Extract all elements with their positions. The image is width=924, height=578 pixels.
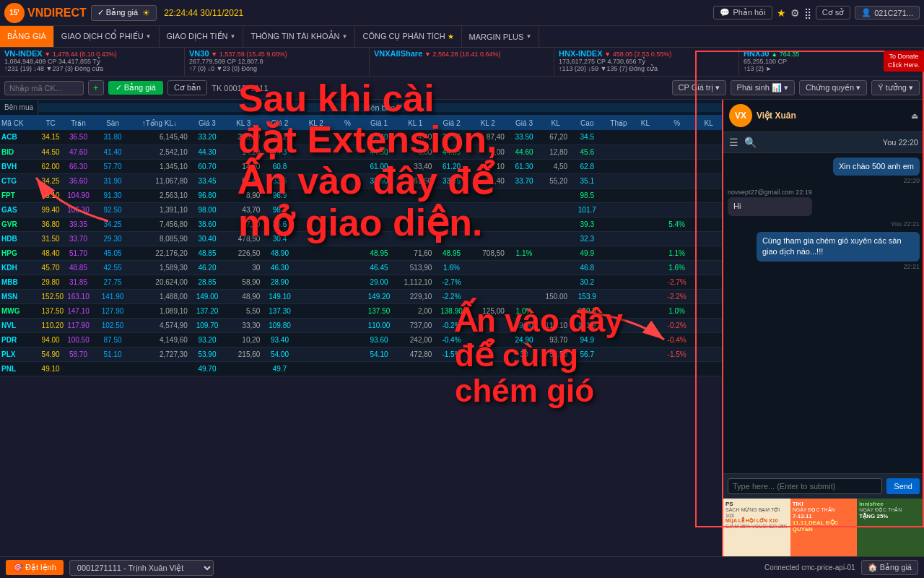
- thap-val: [605, 275, 632, 289]
- thap-val: [605, 173, 632, 188]
- gia2-buy: -2.2%: [433, 289, 469, 303]
- tc-val: 110.20: [40, 318, 61, 332]
- account-select[interactable]: 0001271111 - Trịnh Xuân Việt: [69, 560, 214, 576]
- stock-symbol[interactable]: HPG: [0, 246, 40, 260]
- coban-btn[interactable]: Cơ bản: [167, 80, 207, 95]
- stock-symbol[interactable]: MBB: [0, 275, 40, 289]
- tc-val: 34.15: [40, 130, 61, 144]
- kl-val: [632, 130, 658, 144]
- stock-input[interactable]: [4, 81, 84, 95]
- gia3-buy: [506, 188, 542, 202]
- cao-val: 32.3: [569, 231, 605, 246]
- gia2-val: 93.40: [261, 332, 297, 347]
- base-btn[interactable]: Cơ sở: [816, 6, 851, 20]
- gia3-val: 38.60: [189, 217, 225, 231]
- pct-val: [334, 318, 361, 332]
- feedback-btn[interactable]: 💬 Phản hồi: [713, 6, 772, 20]
- banggia-btn[interactable]: ✓ Bảng giá: [108, 81, 163, 95]
- stock-symbol[interactable]: PNL: [0, 361, 40, 376]
- tc-val: 99.40: [40, 202, 61, 217]
- ticker-vnxallshare[interactable]: VNXAllShare ▼ 2,564.28 (16.41 0.64%): [370, 48, 554, 76]
- gia2-val: 49.7: [261, 361, 297, 376]
- nav-giao-dich-co-phieu[interactable]: GIAO DỊCH CỔ PHIẾU ▼: [54, 26, 160, 47]
- nav-banggia[interactable]: BẢNG GIÁ: [0, 26, 54, 47]
- kl2-val: [298, 246, 334, 260]
- gia2-buy: 48.95: [433, 246, 469, 260]
- stock-symbol[interactable]: BID: [0, 144, 40, 159]
- grid-icon[interactable]: ⣿: [804, 7, 811, 19]
- table-row[interactable]: MBB29.8031.8527.7520,624,0028.8558,9028.…: [0, 275, 722, 289]
- nav-cong-cu[interactable]: CÔNG CỤ PHÂN TÍCH ★: [355, 26, 461, 47]
- user-badge[interactable]: 👤 021C271...: [855, 6, 920, 20]
- stock-symbol[interactable]: BVH: [0, 159, 40, 173]
- stock-symbol[interactable]: PDR: [0, 332, 40, 347]
- to-donate-btn[interactable]: To Donate Click Here.: [884, 51, 924, 72]
- kl2-val: [298, 275, 334, 289]
- tongkl-val: 1,391,10: [130, 202, 189, 217]
- table-row[interactable]: HPG48.4051.7045.0522,176,2048.85226,5048…: [0, 246, 722, 260]
- time-display: 22:24:44 30/11/2021: [164, 8, 243, 18]
- kl2-val: [298, 361, 334, 376]
- kl1-buy: 71,60: [397, 246, 433, 260]
- stock-symbol[interactable]: GVR: [0, 217, 40, 231]
- status-text: Connected cmc-price-api-01: [764, 564, 855, 571]
- tc-val: 45.70: [40, 260, 61, 275]
- thap-val: [605, 202, 632, 217]
- stock-symbol[interactable]: CTG: [0, 173, 40, 188]
- nav-giao-dich-tien[interactable]: GIAO DỊCH TIỀN ▼: [160, 26, 244, 47]
- thap-val: [605, 246, 632, 260]
- stock-symbol[interactable]: ACB: [0, 130, 40, 144]
- ticker-vn-index[interactable]: VN-INDEX ▼ 1,478.44 (6.10 0.43%) 1,084,9…: [0, 48, 185, 76]
- gia1-buy: 48.95: [361, 246, 397, 260]
- kl1-buy: 229,10: [397, 289, 433, 303]
- san-val: 45.05: [95, 246, 130, 260]
- kl3-buy: [542, 202, 569, 217]
- pct2-val: 1.6%: [658, 260, 694, 275]
- gear-icon[interactable]: ⚙: [790, 7, 800, 19]
- stock-symbol[interactable]: MWG: [0, 303, 40, 318]
- gia2-val: 54.00: [261, 347, 297, 361]
- banggia-bottom-btn[interactable]: 🏠 Bảng giá: [861, 560, 918, 575]
- order-btn[interactable]: 🎯 Đặt lệnh: [6, 560, 64, 575]
- kl-val: [632, 275, 658, 289]
- cao-val: 30.2: [569, 275, 605, 289]
- nav-margin[interactable]: MARGIN PLUS ▼: [462, 26, 540, 47]
- table-row[interactable]: KDH45.7048.8542.551,589,3046.203046.3046…: [0, 260, 722, 275]
- stock-symbol[interactable]: FPT: [0, 188, 40, 202]
- kl1-buy: 513,90: [397, 260, 433, 275]
- stock-symbol[interactable]: KDH: [0, 260, 40, 275]
- san-val: 87.50: [95, 332, 130, 347]
- gia2-buy: 1.6%: [433, 260, 469, 275]
- nav-arrow-2: ▼: [230, 33, 235, 40]
- san-val: 127.90: [95, 303, 130, 318]
- pct-val: [334, 275, 361, 289]
- nav-bar: BẢNG GIÁ GIAO DỊCH CỔ PHIẾU ▼ GIAO DỊCH …: [0, 26, 924, 48]
- gia3-val: 60.70: [189, 159, 225, 173]
- gia3-val: 149.00: [189, 289, 225, 303]
- gia3-val: 48.85: [189, 246, 225, 260]
- stock-symbol[interactable]: GAS: [0, 202, 40, 217]
- nav-arrow-1: ▼: [146, 33, 152, 40]
- tc-val: 34.25: [40, 173, 61, 188]
- kl-val: [632, 289, 658, 303]
- stock-symbol[interactable]: MSN: [0, 289, 40, 303]
- stock-symbol[interactable]: PLX: [0, 347, 40, 361]
- tran-val: 117.90: [61, 318, 96, 332]
- cao-val: 45.6: [569, 144, 605, 159]
- tc-val: 36.80: [40, 217, 61, 231]
- san-val: 102.50: [95, 318, 130, 332]
- gia3-val: 33.20: [189, 130, 225, 144]
- table-row[interactable]: MSN152.50163.10141.901,488,00149.0048,90…: [0, 289, 722, 303]
- tongkl-val: 2,727,30: [130, 347, 189, 361]
- pct-val: [334, 347, 361, 361]
- stock-symbol[interactable]: HDB: [0, 231, 40, 246]
- add-stock-btn[interactable]: +: [88, 80, 104, 95]
- tran-val: 36.60: [61, 173, 96, 188]
- nav-thong-tin[interactable]: THÔNG TIN TÀI KHOẢN ▼: [243, 26, 355, 47]
- stock-symbol[interactable]: NVL: [0, 318, 40, 332]
- kl3-buy: 12,80: [542, 144, 569, 159]
- ticker-vn30[interactable]: VN30 ▼ 1,537.59 (15.45 9.00%) 267,779,50…: [185, 48, 370, 76]
- search-bar[interactable]: ✓ Bảng giá ☀: [91, 5, 157, 21]
- star-icon[interactable]: ★: [777, 7, 786, 19]
- gia3-buy: 61.30: [506, 159, 542, 173]
